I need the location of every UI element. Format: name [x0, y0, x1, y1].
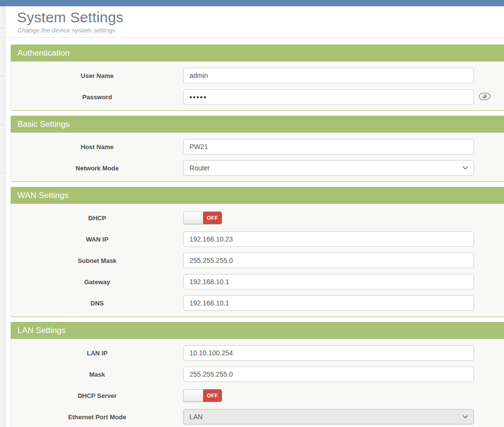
- mask-label: Mask: [11, 371, 183, 378]
- password-input[interactable]: [183, 89, 474, 105]
- network-mode-label: Network Mode: [11, 165, 183, 172]
- section-title: WAN Settings: [11, 187, 504, 204]
- gateway-label: Gateway: [11, 278, 183, 286]
- ethernet-port-mode-label: Ethernet Port Mode: [11, 413, 183, 421]
- sidebar-item-divider: [0, 76, 5, 76]
- subnet-mask-label: Subnet Mask: [11, 257, 183, 264]
- top-blue-bar: [0, 0, 504, 6]
- row-lan-ip: LAN IP: [11, 342, 504, 364]
- section-title: Basic Settings: [11, 116, 504, 133]
- sidebar-item-divider: [0, 124, 5, 125]
- wan-ip-label: WAN IP: [11, 236, 183, 243]
- row-network-mode: Network Mode Router: [11, 157, 504, 179]
- row-password: Password: [11, 86, 504, 107]
- toggle-state-label: OFF: [203, 212, 222, 224]
- gateway-input[interactable]: [183, 274, 474, 290]
- lan-ip-label: LAN IP: [11, 350, 183, 357]
- network-mode-select[interactable]: Router: [183, 160, 474, 176]
- password-label: Password: [11, 93, 183, 101]
- dhcp-toggle[interactable]: OFF: [183, 212, 222, 224]
- row-subnet-mask: Subnet Mask: [11, 250, 504, 271]
- row-wan-ip: WAN IP: [11, 229, 504, 250]
- section-lan-settings: LAN Settings LAN IP Mask DHCP Server: [11, 322, 504, 427]
- row-dhcp-server: DHCP Server OFF: [11, 385, 504, 406]
- section-wan-settings: WAN Settings DHCP OFF WAN IP Subnet Mask: [11, 187, 504, 317]
- section-title: LAN Settings: [11, 322, 504, 339]
- wan-ip-input[interactable]: [183, 231, 474, 247]
- subnet-mask-input[interactable]: [183, 253, 474, 268]
- dns-input[interactable]: [183, 295, 474, 311]
- dhcp-server-label: DHCP Server: [11, 392, 183, 399]
- ethernet-port-mode-select[interactable]: LAN: [183, 409, 474, 425]
- page-header: System Settings Change the device system…: [5, 6, 504, 38]
- sidebar-item-divider: [0, 173, 5, 173]
- dhcp-server-toggle[interactable]: OFF: [183, 389, 222, 402]
- toggle-knob: [183, 389, 203, 402]
- settings-form: Authentication User Name Password: [11, 38, 504, 427]
- section-basic-settings: Basic Settings Host Name Network Mode Ro…: [11, 116, 504, 182]
- dhcp-label: DHCP: [11, 214, 183, 222]
- mask-input[interactable]: [183, 366, 474, 382]
- row-ethernet-port-mode: Ethernet Port Mode LAN: [11, 406, 504, 427]
- section-authentication: Authentication User Name Password: [11, 45, 504, 111]
- row-host-name: Host Name: [11, 136, 504, 157]
- row-gateway: Gateway: [11, 271, 504, 292]
- show-password-button[interactable]: [478, 92, 491, 102]
- sidebar-edge[interactable]: [0, 6, 5, 427]
- row-dhcp: DHCP OFF: [11, 207, 504, 229]
- toggle-state-label: OFF: [203, 389, 222, 402]
- sidebar-item-divider: [0, 28, 5, 28]
- eye-icon: [478, 92, 491, 102]
- page-title: System Settings: [17, 6, 504, 26]
- row-mask: Mask: [11, 364, 504, 385]
- user-name-label: User Name: [11, 72, 183, 79]
- dns-label: DNS: [11, 300, 183, 307]
- lan-ip-input[interactable]: [183, 345, 474, 361]
- toggle-knob: [183, 212, 203, 224]
- host-name-input[interactable]: [183, 139, 474, 154]
- row-dns: DNS: [11, 292, 504, 314]
- row-user-name: User Name: [11, 65, 504, 86]
- user-name-input[interactable]: [183, 68, 474, 83]
- section-title: Authentication: [11, 45, 504, 61]
- page-subtitle: Change the device system settings: [17, 27, 504, 34]
- host-name-label: Host Name: [11, 143, 183, 151]
